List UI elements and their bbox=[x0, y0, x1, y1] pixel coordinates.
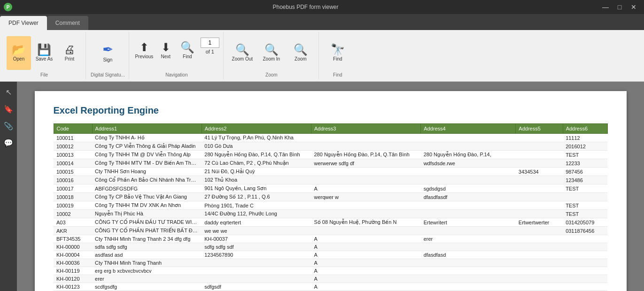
signature-group-label: Digital Signatu... bbox=[91, 72, 125, 77]
cell-10-1: CÔNG TY CỔ PHẦN ĐẦU TƯ TRADE WIND bbox=[92, 218, 202, 227]
cell-13-1: sdfa sdfg sdfg bbox=[92, 243, 202, 251]
cell-17-1: erer bbox=[92, 275, 202, 283]
cell-12-2: KH-00037 bbox=[202, 235, 311, 243]
table-row: 100013Công Ty TNHH TM @ DV Viễn Thông Al… bbox=[54, 151, 607, 159]
table-row: A03CÔNG TY CỔ PHẦN ĐẦU TƯ TRADE WINDdadd… bbox=[54, 218, 607, 227]
next-button[interactable]: ⬇ Next bbox=[155, 34, 176, 68]
previous-button[interactable]: ⬆ Previous bbox=[134, 34, 155, 68]
cell-16-4 bbox=[421, 267, 516, 275]
tab-pdf-viewer[interactable]: PDF Viewer bbox=[0, 16, 47, 30]
cell-10-2: daddy eqrtertert bbox=[202, 218, 311, 227]
sign-button[interactable]: ✒ Sign bbox=[95, 36, 120, 70]
col-address2: Address2 bbox=[202, 124, 311, 134]
app-icon: P bbox=[4, 3, 12, 11]
col-address6: Address6 bbox=[563, 124, 607, 134]
cell-7-2: 27 Đường Số 12 , P.11 , Q.6 bbox=[202, 193, 311, 201]
minimize-button[interactable]: — bbox=[599, 2, 612, 12]
cell-11-0: AKR bbox=[54, 227, 92, 235]
cell-0-4 bbox=[421, 134, 516, 142]
page-of-label: of 1 bbox=[206, 49, 214, 54]
sidebar-attach-icon[interactable]: 📎 bbox=[2, 119, 15, 132]
cell-10-6: 0314205079 bbox=[563, 218, 607, 227]
tabbar: PDF Viewer Comment bbox=[0, 14, 644, 30]
col-address5: Address5 bbox=[516, 124, 563, 134]
open-button[interactable]: 📂 Open bbox=[7, 36, 31, 70]
cell-1-2: 010 Gò Dưa bbox=[202, 142, 311, 151]
cell-17-3: A bbox=[311, 275, 420, 283]
toolbar-group-signature: ✒ Sign Digital Signatu... bbox=[87, 32, 129, 79]
zoom-out-button[interactable]: 🔍 Zoom Out bbox=[228, 36, 256, 70]
cell-5-6: 123486 bbox=[563, 176, 607, 184]
open-icon: 📂 bbox=[12, 44, 26, 55]
sidebar-comment-icon[interactable]: 💬 bbox=[2, 136, 15, 149]
cell-8-3 bbox=[311, 201, 420, 210]
file-group-label: File bbox=[40, 72, 48, 77]
cell-6-4: sgdsdgsd bbox=[421, 184, 516, 193]
next-icon: ⬇ bbox=[161, 42, 171, 53]
sidebar-bookmark-icon[interactable]: 🔖 bbox=[2, 102, 15, 115]
zoom-out-icon: 🔍 bbox=[235, 44, 249, 55]
cell-10-4: Ertewritert bbox=[421, 218, 516, 227]
cell-6-6: TEST bbox=[563, 184, 607, 193]
cell-13-2: sdfg sdfg sdf bbox=[202, 243, 311, 251]
cell-4-1: Cty TNHH Sơn Hoang bbox=[92, 168, 202, 176]
cell-6-1: ABFGDSFGSDFG bbox=[92, 184, 202, 193]
table-header-row: Code Address1 Address2 Address3 Address4… bbox=[54, 124, 607, 134]
zoom-button[interactable]: 🔍 Zoom bbox=[287, 36, 315, 70]
cell-1-3 bbox=[311, 142, 420, 151]
save-as-button[interactable]: 💾 Save As bbox=[32, 36, 56, 70]
cell-12-1: Cty TNHH Minh Trang Thanh 2 34 dfg dfg bbox=[92, 235, 202, 243]
zoom-in-button[interactable]: 🔍 Zoom In bbox=[257, 36, 286, 70]
cell-11-6: 0311876456 bbox=[563, 227, 607, 235]
cell-5-2: 102 Thủ Khoa bbox=[202, 176, 311, 184]
find-nav-button[interactable]: 🔍 Find bbox=[177, 34, 198, 68]
cell-7-1: Công Ty CP Bảo Vệ Thuc Vật An Giang bbox=[92, 193, 202, 201]
cell-18-0: KH-00123 bbox=[54, 283, 92, 291]
titlebar-left: P bbox=[4, 3, 12, 11]
cell-11-5 bbox=[516, 227, 563, 235]
cell-14-4: dfasdfasd bbox=[421, 251, 516, 259]
cell-15-4 bbox=[421, 259, 516, 267]
table-row: 100019Công Ty TNHH TM DV XNK An NhơnPhòn… bbox=[54, 201, 607, 210]
find-button[interactable]: 🔭 Find bbox=[324, 36, 352, 70]
save-icon: 💾 bbox=[37, 44, 51, 55]
cell-1-1: Công Ty CP Viễn Thông & Giải Pháp Aladin bbox=[92, 142, 202, 151]
restore-button[interactable]: □ bbox=[613, 2, 626, 12]
cell-1-6: 2016012 bbox=[563, 142, 607, 151]
cell-9-5 bbox=[516, 210, 563, 218]
cell-9-3 bbox=[311, 210, 420, 218]
print-button[interactable]: 🖨 Print bbox=[57, 36, 82, 70]
cell-17-4 bbox=[421, 275, 516, 283]
cell-2-5 bbox=[516, 151, 563, 159]
cell-18-5 bbox=[516, 283, 563, 291]
cell-15-6 bbox=[563, 259, 607, 267]
toolbar-group-find: 🔭 Find Find bbox=[320, 32, 356, 79]
cell-8-2: Phòng 1901, Trade C bbox=[202, 201, 311, 210]
cell-11-4 bbox=[421, 227, 516, 235]
close-button[interactable]: ✕ bbox=[627, 2, 640, 12]
table-row: 100018Công Ty CP Bảo Vệ Thuc Vật An Gian… bbox=[54, 193, 607, 201]
cell-3-1: Công Ty TNHH MTV TM - DV Biến Am Thanh bbox=[92, 159, 202, 168]
toolbar-group-zoom: 🔍 Zoom Out 🔍 Zoom In 🔍 Zoom Zoom bbox=[225, 32, 319, 79]
cell-5-5 bbox=[516, 176, 563, 184]
table-row: KH-00036Cty TNHH Minh Trang ThanhA bbox=[54, 259, 607, 267]
toolbar: 📂 Open 💾 Save As 🖨 Print File ✒ Sign Dig… bbox=[0, 30, 644, 82]
cell-7-4: dfasdfasdf bbox=[421, 193, 516, 201]
zoom-icon: 🔍 bbox=[294, 44, 308, 55]
cell-5-0: 100016 bbox=[54, 176, 92, 184]
tab-comment[interactable]: Comment bbox=[47, 16, 88, 30]
cell-12-5 bbox=[516, 235, 563, 243]
cell-17-2 bbox=[202, 275, 311, 283]
toolbar-group-navigation: ⬆ Previous ⬇ Next 🔍 Find of 1 Navigation bbox=[130, 32, 224, 79]
col-address4: Address4 bbox=[421, 124, 516, 134]
cell-18-6 bbox=[563, 283, 607, 291]
sidebar-cursor-icon[interactable]: ↖ bbox=[2, 85, 15, 99]
cell-15-1: Cty TNHH Minh Trang Thanh bbox=[92, 259, 202, 267]
cell-14-0: KH-00004 bbox=[54, 251, 92, 259]
cell-14-6 bbox=[563, 251, 607, 259]
cell-3-0: 100014 bbox=[54, 159, 92, 168]
pdf-page: Excel Reporting Engine Code Address1 Add… bbox=[35, 91, 627, 291]
cell-5-4 bbox=[421, 176, 516, 184]
table-row: 100017ABFGDSFGSDFG901 Ngô Quyền, Lang Sơ… bbox=[54, 184, 607, 193]
page-number-input[interactable] bbox=[201, 38, 219, 48]
